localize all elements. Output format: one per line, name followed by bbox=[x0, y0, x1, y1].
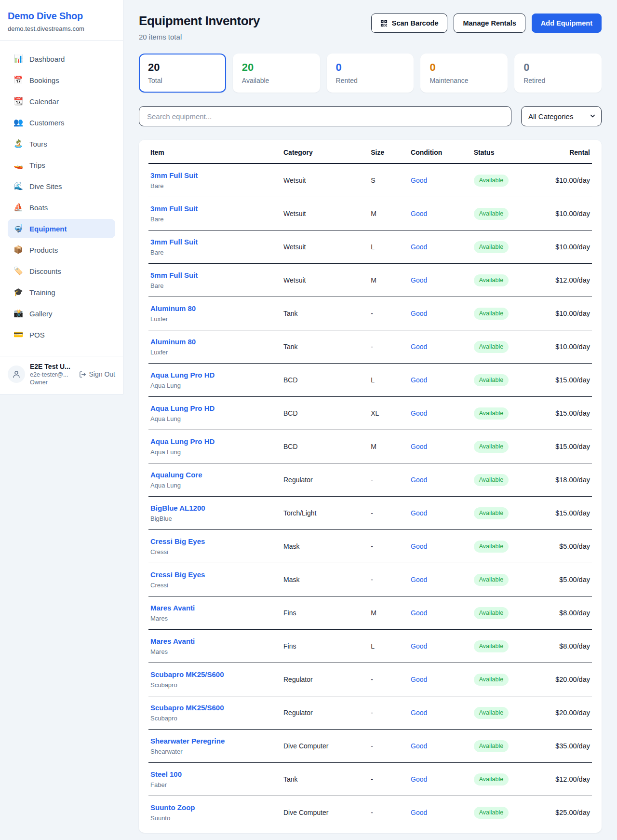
item-link[interactable]: Scubapro MK25/S600 bbox=[150, 703, 280, 713]
item-link[interactable]: Steel 100 bbox=[150, 770, 280, 779]
column-header-rental: Rental bbox=[534, 140, 592, 163]
item-link[interactable]: 3mm Full Suit bbox=[150, 237, 280, 247]
table-row-bigblue-al1200[interactable]: BigBlue AL1200 BigBlue Torch/Light - Goo… bbox=[148, 497, 592, 530]
brand-title[interactable]: Demo Dive Shop bbox=[8, 11, 115, 22]
item-link[interactable]: Aqua Lung Pro HD bbox=[150, 437, 280, 447]
item-link[interactable]: Cressi Big Eyes bbox=[150, 537, 280, 546]
cell-category: Regulator bbox=[282, 663, 369, 696]
item-link[interactable]: 5mm Full Suit bbox=[150, 271, 280, 280]
condition-link[interactable]: Good bbox=[411, 775, 427, 783]
table-row-aluminum-80[interactable]: Aluminum 80 Luxfer Tank - Good Available… bbox=[148, 297, 592, 330]
condition-link[interactable]: Good bbox=[411, 676, 427, 683]
table-row-scubapro-mk25-s600[interactable]: Scubapro MK25/S600 Scubapro Regulator - … bbox=[148, 696, 592, 730]
sidebar-item-gallery[interactable]: 📸 Gallery bbox=[8, 304, 115, 323]
sidebar-item-dashboard[interactable]: 📊 Dashboard bbox=[8, 49, 115, 68]
table-row-aluminum-80[interactable]: Aluminum 80 Luxfer Tank - Good Available… bbox=[148, 330, 592, 364]
table-row-5mm-full-suit[interactable]: 5mm Full Suit Bare Wetsuit M Good Availa… bbox=[148, 264, 592, 297]
cell-category: Tank bbox=[282, 763, 369, 796]
category-select[interactable]: All Categories bbox=[521, 106, 602, 126]
table-row-aqua-lung-pro-hd[interactable]: Aqua Lung Pro HD Aqua Lung BCD XL Good A… bbox=[148, 397, 592, 430]
add-equipment-button[interactable]: Add Equipment bbox=[532, 14, 602, 33]
manage-rentals-button[interactable]: Manage Rentals bbox=[454, 14, 525, 33]
sidebar-item-discounts[interactable]: 🏷️ Discounts bbox=[8, 261, 115, 281]
stat-card-total[interactable]: 20 Total bbox=[139, 54, 226, 93]
condition-link[interactable]: Good bbox=[411, 409, 427, 417]
item-link[interactable]: Scubapro MK25/S600 bbox=[150, 670, 280, 679]
item-link[interactable]: Suunto Zoop bbox=[150, 803, 280, 813]
status-badge: Available bbox=[474, 241, 509, 253]
table-row-mares-avanti[interactable]: Mares Avanti Mares Fins M Good Available… bbox=[148, 596, 592, 630]
sidebar-item-dive-sites[interactable]: 🌊 Dive Sites bbox=[8, 176, 115, 196]
condition-link[interactable]: Good bbox=[411, 709, 427, 717]
condition-link[interactable]: Good bbox=[411, 542, 427, 550]
table-row-aqua-lung-pro-hd[interactable]: Aqua Lung Pro HD Aqua Lung BCD L Good Av… bbox=[148, 364, 592, 397]
table-row-shearwater-peregrine[interactable]: Shearwater Peregrine Shearwater Dive Com… bbox=[148, 730, 592, 763]
cell-rental: $15.00/day bbox=[534, 397, 592, 430]
condition-link[interactable]: Good bbox=[411, 809, 427, 816]
cell-category: BCD bbox=[282, 364, 369, 397]
stat-card-rented[interactable]: 0 Rented bbox=[327, 54, 414, 93]
item-link[interactable]: Aqua Lung Pro HD bbox=[150, 370, 280, 380]
condition-link[interactable]: Good bbox=[411, 642, 427, 650]
table-row-mares-avanti[interactable]: Mares Avanti Mares Fins L Good Available… bbox=[148, 630, 592, 663]
sidebar-item-calendar[interactable]: 📆 Calendar bbox=[8, 92, 115, 111]
item-link[interactable]: Aqua Lung Pro HD bbox=[150, 404, 280, 413]
condition-link[interactable]: Good bbox=[411, 310, 427, 317]
stat-value: 0 bbox=[523, 62, 592, 73]
condition-link[interactable]: Good bbox=[411, 343, 427, 351]
sidebar-item-bookings[interactable]: 📅 Bookings bbox=[8, 70, 115, 90]
sidebar-item-equipment[interactable]: 🤿 Equipment bbox=[8, 219, 115, 238]
table-row-steel-100[interactable]: Steel 100 Faber Tank - Good Available $1… bbox=[148, 763, 592, 796]
table-row-cressi-big-eyes[interactable]: Cressi Big Eyes Cressi Mask - Good Avail… bbox=[148, 530, 592, 563]
item-link[interactable]: Cressi Big Eyes bbox=[150, 570, 280, 580]
stat-card-maintenance[interactable]: 0 Maintenance bbox=[420, 54, 508, 93]
item-link[interactable]: Aqualung Core bbox=[150, 470, 280, 480]
sidebar-item-boats[interactable]: ⛵ Boats bbox=[8, 198, 115, 217]
table-row-scubapro-mk25-s600[interactable]: Scubapro MK25/S600 Scubapro Regulator - … bbox=[148, 663, 592, 696]
sidebar-item-pos[interactable]: 💳 POS bbox=[8, 325, 115, 344]
item-link[interactable]: Mares Avanti bbox=[150, 637, 280, 646]
table-row-aqualung-core[interactable]: Aqualung Core Aqua Lung Regulator - Good… bbox=[148, 463, 592, 497]
condition-link[interactable]: Good bbox=[411, 176, 427, 184]
sidebar-item-training[interactable]: 🎓 Training bbox=[8, 283, 115, 302]
item-link[interactable]: Aluminum 80 bbox=[150, 337, 280, 347]
table-row-3mm-full-suit[interactable]: 3mm Full Suit Bare Wetsuit L Good Availa… bbox=[148, 230, 592, 264]
condition-link[interactable]: Good bbox=[411, 476, 427, 484]
item-brand: Luxfer bbox=[150, 315, 280, 323]
table-row-aqua-lung-pro-hd[interactable]: Aqua Lung Pro HD Aqua Lung BCD M Good Av… bbox=[148, 430, 592, 463]
sign-out-button[interactable]: Sign Out bbox=[79, 370, 115, 378]
table-row-3mm-full-suit[interactable]: 3mm Full Suit Bare Wetsuit M Good Availa… bbox=[148, 197, 592, 230]
item-link[interactable]: 3mm Full Suit bbox=[150, 204, 280, 214]
stat-card-retired[interactable]: 0 Retired bbox=[514, 54, 602, 93]
condition-link[interactable]: Good bbox=[411, 576, 427, 583]
table-row-suunto-zoop[interactable]: Suunto Zoop Suunto Dive Computer - Good … bbox=[148, 796, 592, 829]
condition-link[interactable]: Good bbox=[411, 443, 427, 450]
sidebar-item-tours[interactable]: 🏝️ Tours bbox=[8, 134, 115, 153]
filters-row: All Categories bbox=[139, 106, 602, 126]
stat-value: 0 bbox=[429, 62, 498, 73]
item-link[interactable]: Shearwater Peregrine bbox=[150, 736, 280, 746]
table-row-3mm-full-suit[interactable]: 3mm Full Suit Bare Wetsuit S Good Availa… bbox=[148, 163, 592, 197]
sidebar-item-products[interactable]: 📦 Products bbox=[8, 240, 115, 259]
condition-link[interactable]: Good bbox=[411, 376, 427, 384]
condition-link[interactable]: Good bbox=[411, 742, 427, 750]
nav-icon-training: 🎓 bbox=[13, 288, 23, 296]
nav-icon-tours: 🏝️ bbox=[13, 140, 23, 148]
scan-barcode-button[interactable]: Scan Barcode bbox=[371, 14, 448, 33]
sidebar-item-trips[interactable]: 🚤 Trips bbox=[8, 155, 115, 175]
condition-link[interactable]: Good bbox=[411, 243, 427, 251]
condition-link[interactable]: Good bbox=[411, 609, 427, 617]
condition-link[interactable]: Good bbox=[411, 210, 427, 217]
table-row-cressi-big-eyes[interactable]: Cressi Big Eyes Cressi Mask - Good Avail… bbox=[148, 563, 592, 596]
sidebar-item-customers[interactable]: 👥 Customers bbox=[8, 113, 115, 132]
stat-card-available[interactable]: 20 Available bbox=[233, 54, 320, 93]
item-link[interactable]: 3mm Full Suit bbox=[150, 171, 280, 180]
nav-icon-calendar: 📆 bbox=[13, 97, 23, 105]
item-link[interactable]: BigBlue AL1200 bbox=[150, 503, 280, 513]
status-badge: Available bbox=[474, 274, 509, 286]
item-link[interactable]: Aluminum 80 bbox=[150, 304, 280, 313]
search-input[interactable] bbox=[139, 106, 511, 126]
condition-link[interactable]: Good bbox=[411, 509, 427, 517]
condition-link[interactable]: Good bbox=[411, 276, 427, 284]
item-link[interactable]: Mares Avanti bbox=[150, 603, 280, 613]
